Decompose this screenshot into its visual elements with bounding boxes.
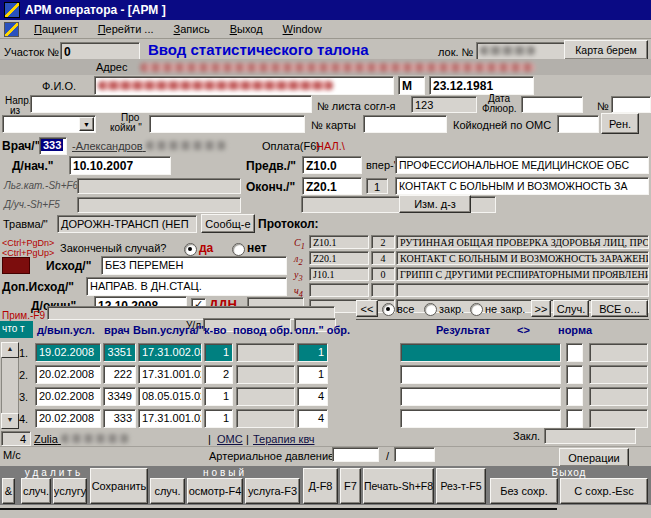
dnach-field[interactable]: 10.10.2007 — [69, 156, 171, 175]
fluor-date-field[interactable] — [521, 96, 583, 113]
duch-field[interactable] — [77, 197, 241, 213]
travma-field[interactable]: ДОРОЖН-ТРАНСП (НЕП — [57, 215, 197, 233]
protocol-code-1[interactable]: Z10.1 — [309, 235, 369, 249]
table-row-3-kvo[interactable]: 1 — [204, 387, 233, 406]
predv-code-field[interactable]: Z10.0 — [302, 156, 362, 174]
table-row-4-diff[interactable] — [566, 409, 583, 428]
prim-field[interactable] — [47, 306, 335, 320]
ad-systolic-field[interactable] — [332, 447, 379, 462]
delete-service-button[interactable]: услугу — [53, 478, 87, 504]
prev-case-button[interactable]: << — [356, 300, 378, 317]
dop-ishod-field[interactable]: НАПРАВ. В ДН.СТАЦ. — [86, 277, 287, 296]
num-karty-field[interactable] — [363, 115, 447, 133]
ad-diastolic-field[interactable] — [394, 447, 435, 462]
chevron-down-icon[interactable]: ▼ — [79, 117, 94, 131]
save-button[interactable]: Сохранить — [90, 468, 148, 504]
table-row-2-povod[interactable] — [236, 365, 295, 384]
table-row-3-norma[interactable] — [589, 387, 648, 406]
table-row-1-norma[interactable] — [589, 343, 648, 362]
new-service-button[interactable]: услуга-F3 — [245, 478, 300, 504]
okonch-code-field[interactable]: Z20.1 — [302, 177, 362, 195]
radio-net-label[interactable]: нет — [247, 241, 267, 255]
protocol-text-2[interactable]: КОНТАКТ С БОЛЬНЫМ И ВОЗМОЖНОСТЬ ЗАРАЖЕНИ… — [396, 251, 649, 265]
soobshe-button[interactable]: Сообщ-е — [201, 214, 255, 233]
exit-save-button[interactable]: С сохр.-Esc — [560, 478, 648, 504]
arrow-up-icon[interactable]: ▲ — [1, 342, 19, 358]
table-row-1-result[interactable] — [400, 343, 561, 362]
table-row-2-norma[interactable] — [589, 365, 648, 384]
ren-button[interactable]: Рен. — [601, 113, 639, 134]
table-row-3-usluga[interactable]: 08.05.015.02 — [138, 387, 202, 406]
table-row-3-result[interactable] — [400, 387, 561, 406]
table-row-2-date[interactable]: 20.02.2008 — [35, 365, 101, 384]
protocol-code-4[interactable] — [309, 283, 369, 297]
zakl-field[interactable] — [544, 428, 636, 444]
terapia-link[interactable]: Терапия квч — [253, 433, 314, 445]
protocol-code-2[interactable]: Z20.1 — [309, 251, 369, 265]
delete-case-button[interactable]: случ. — [21, 478, 51, 504]
table-row-1-date[interactable]: 19.02.2008 — [35, 343, 101, 362]
menu-patient[interactable]: Пациент — [25, 21, 87, 37]
table-row-3-diff[interactable] — [566, 387, 583, 406]
menu-goto[interactable]: Перейти ... — [89, 21, 163, 37]
oms-link[interactable]: ОМС — [217, 433, 243, 445]
menu-exit[interactable]: Выход — [221, 21, 272, 37]
table-row-2-usluga[interactable]: 17.31.001.02 — [138, 365, 202, 384]
operacii-button[interactable]: Операции — [559, 448, 629, 467]
table-row-1-opl[interactable]: 1 — [297, 343, 328, 362]
table-row-1-povod[interactable] — [236, 343, 295, 362]
list-sogl-field[interactable]: 123 — [411, 96, 477, 113]
koiki-field[interactable] — [149, 115, 305, 133]
next-case-button[interactable]: >> — [531, 300, 551, 317]
radio-closed[interactable] — [424, 303, 437, 316]
radio-da-label[interactable]: да — [199, 241, 213, 255]
table-row-4-vrach[interactable]: 333 — [103, 409, 136, 428]
radio-all-label[interactable]: все — [397, 303, 414, 315]
table-row-2-diff[interactable] — [566, 365, 583, 384]
table-row-1-usluga[interactable]: 17.31.002.03 — [138, 343, 202, 362]
protocol-count-2[interactable]: 4 — [371, 251, 395, 265]
table-row-4-result[interactable] — [400, 409, 561, 428]
table-row-2-kvo[interactable]: 2 — [204, 365, 233, 384]
arrow-down-icon[interactable]: ▼ — [1, 413, 19, 429]
ishod-field[interactable]: БЕЗ ПЕРЕМЕН — [101, 256, 287, 275]
menu-record[interactable]: Запись — [165, 21, 219, 37]
f7-button[interactable]: F7 — [340, 468, 361, 504]
exit-no-save-button[interactable]: Без сохр. — [490, 478, 558, 504]
rezt-button[interactable]: Рез-т-F5 — [436, 468, 486, 504]
okonch-num-field[interactable]: 1 — [366, 178, 388, 194]
new-osmotr-button[interactable]: осмотр-F4 — [187, 478, 243, 504]
table-row-3-date[interactable]: 20.02.2008 — [35, 387, 101, 406]
radio-not-closed[interactable] — [470, 303, 483, 316]
table-row-1-kvo[interactable]: 1 — [204, 343, 233, 362]
d-f8-button[interactable]: Д-F8 — [303, 468, 338, 504]
table-row-2-result[interactable] — [400, 365, 561, 384]
new-case-button[interactable]: случ. — [150, 478, 185, 504]
vse-o-button[interactable]: ВСЕ о... — [591, 300, 648, 317]
napr-field[interactable] — [30, 95, 312, 113]
radio-net[interactable] — [232, 243, 245, 256]
table-row-1-vrach[interactable]: 3351 — [103, 343, 136, 362]
protocol-count-3[interactable]: 0 — [371, 267, 395, 281]
fio-field[interactable] — [94, 76, 394, 95]
sex-field[interactable]: М — [398, 76, 425, 95]
table-row-2-opl[interactable]: 1 — [297, 365, 328, 384]
table-row-4-kvo[interactable]: 1 — [204, 409, 233, 428]
table-row-4-opl[interactable]: 4 — [297, 409, 328, 428]
table-row-3-opl[interactable]: 4 — [297, 387, 328, 406]
radio-all[interactable] — [382, 303, 395, 316]
karta-berem-button[interactable]: Карта берем — [564, 40, 648, 60]
footer-index-box[interactable] — [1, 431, 31, 446]
sluch-button[interactable]: Случ. — [553, 300, 589, 317]
protocol-text-1[interactable]: РУТИННАЯ ОБЩАЯ ПРОВЕРКА ЗДОРОВЬЯ ЛИЦ, ПР… — [396, 235, 649, 249]
table-row-4-povod[interactable] — [236, 409, 295, 428]
uchastok-field[interactable]: 0 — [60, 42, 140, 60]
table-row-2-vrach[interactable]: 222 — [103, 365, 136, 384]
protocol-text-4[interactable] — [396, 283, 649, 297]
okonch-text-field[interactable]: КОНТАКТ С БОЛЬНЫМ И ВОЗМОЖНОСТЬ ЗА — [395, 177, 649, 195]
predv-text-field[interactable]: ПРОФЕССИОНАЛЬНОЕ МЕДИЦИНСКОЕ ОБС — [395, 156, 649, 174]
menu-window[interactable]: Window — [274, 21, 331, 37]
izm-dz-button[interactable]: Изм. д-з — [399, 195, 471, 213]
vrach-code-field[interactable]: 333 — [39, 137, 67, 155]
protocol-code-3[interactable]: J10.1 — [309, 267, 369, 281]
